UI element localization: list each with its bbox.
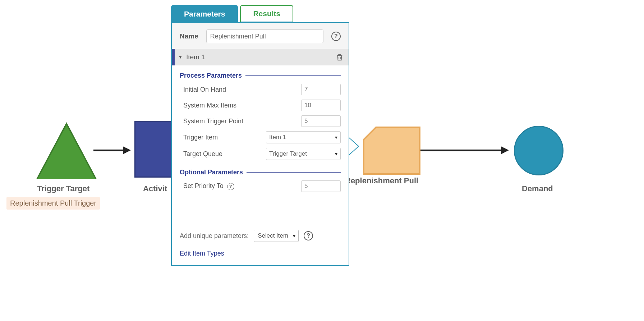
system-trigger-point-label: System Trigger Point (180, 118, 301, 125)
trigger-item-row: Trigger Item Item 1 (172, 129, 349, 146)
diagram-canvas: Trigger Target Replenishment Pull Trigge… (0, 0, 644, 321)
replenishment-pull-label: Replenishment Pull (345, 176, 418, 185)
panel-pointer (349, 137, 359, 155)
tab-results[interactable]: Results (240, 5, 293, 22)
svg-marker-1 (349, 137, 359, 155)
target-queue-row: Target Queue Trigger Target (172, 146, 349, 162)
svg-marker-0 (364, 127, 420, 174)
add-unique-select[interactable]: Select Item (254, 230, 299, 242)
panel-footer: Add unique parameters: Select Item ? Edi… (172, 223, 349, 265)
trigger-target-label: Trigger Target (37, 184, 89, 193)
system-trigger-point-input[interactable] (301, 115, 341, 127)
tab-results-label: Results (253, 9, 280, 18)
target-queue-label: Target Queue (180, 150, 266, 158)
trigger-target-node[interactable] (38, 125, 95, 179)
tab-parameters[interactable]: Parameters (171, 5, 238, 22)
set-priority-row: Set Priority To ? (172, 178, 349, 194)
system-max-items-row: System Max Items (172, 97, 349, 113)
item-header-row[interactable]: ▼ Item 1 (172, 49, 349, 65)
trigger-item-label: Trigger Item (180, 134, 266, 141)
activity-label: Activit (143, 184, 167, 193)
add-unique-help-icon[interactable]: ? (304, 231, 313, 240)
initial-on-hand-row: Initial On Hand (172, 82, 349, 97)
system-trigger-point-row: System Trigger Point (172, 113, 349, 129)
trash-icon[interactable] (336, 53, 344, 61)
replenishment-pull-node[interactable] (363, 127, 420, 175)
name-row: Name ? (172, 23, 349, 49)
trigger-item-value: Item 1 (269, 134, 286, 141)
initial-on-hand-input[interactable] (301, 84, 341, 95)
name-label: Name (180, 32, 198, 40)
process-parameters-title: Process Parameters (180, 72, 242, 79)
initial-on-hand-label: Initial On Hand (180, 86, 301, 93)
arrow-pull-to-demand (420, 150, 507, 151)
tab-parameters-label: Parameters (184, 10, 225, 18)
name-input[interactable] (206, 29, 323, 43)
demand-node[interactable] (514, 126, 564, 175)
panel-body: Name ? ▼ Item 1 Process Parameters Initi… (171, 22, 349, 266)
system-max-items-label: System Max Items (180, 102, 301, 109)
target-queue-select[interactable]: Trigger Target (266, 148, 341, 160)
system-max-items-input[interactable] (301, 100, 341, 111)
trigger-item-select[interactable]: Item 1 (266, 131, 341, 143)
add-unique-row: Add unique parameters: Select Item ? (180, 230, 341, 242)
set-priority-text: Set Priority To (183, 182, 224, 189)
chevron-down-icon: ▼ (178, 55, 183, 60)
divider (247, 172, 341, 173)
add-unique-placeholder: Select Item (258, 232, 288, 239)
item-label: Item 1 (186, 53, 336, 61)
add-unique-label: Add unique parameters: (180, 232, 249, 240)
target-queue-value: Trigger Target (269, 150, 307, 157)
set-priority-help-icon[interactable]: ? (227, 183, 234, 190)
edit-item-types-link[interactable]: Edit Item Types (180, 250, 341, 257)
set-priority-input[interactable] (301, 180, 341, 192)
trigger-target-badge: Replenishment Pull Trigger (6, 197, 100, 210)
process-parameters-header: Process Parameters (172, 65, 349, 82)
properties-panel: Parameters Results Name ? ▼ Item 1 Proce… (171, 5, 349, 266)
divider (245, 75, 341, 76)
panel-tabs: Parameters Results (171, 5, 349, 22)
optional-parameters-header: Optional Parameters (172, 162, 349, 178)
arrow-trigger-to-activity (93, 150, 129, 151)
demand-label: Demand (522, 184, 553, 193)
name-help-icon[interactable]: ? (331, 32, 341, 41)
set-priority-label: Set Priority To ? (180, 182, 301, 190)
optional-parameters-title: Optional Parameters (180, 169, 243, 176)
activity-node[interactable] (134, 121, 174, 178)
